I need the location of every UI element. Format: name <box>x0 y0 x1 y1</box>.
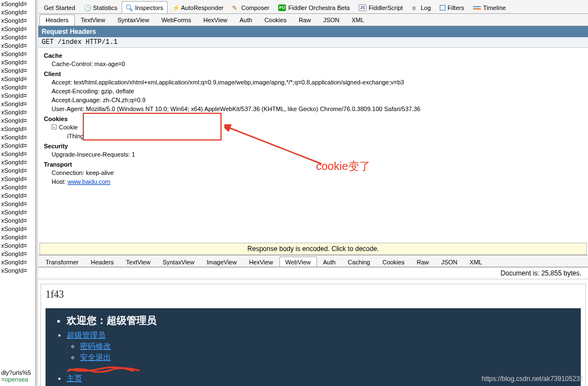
tab-fiddler-orchestra-beta[interactable]: FOFiddler Orchestra Beta <box>274 1 354 13</box>
log-icon <box>412 4 419 11</box>
res-tab-textview[interactable]: TextView <box>120 257 157 267</box>
tab-filters[interactable]: Filters <box>435 1 469 13</box>
res-tab-imageview[interactable]: ImageView <box>200 257 243 267</box>
res-tab-raw[interactable]: Raw <box>410 257 435 267</box>
collapse-icon[interactable]: - <box>52 124 57 129</box>
session-row[interactable]: xSongId= <box>0 250 36 258</box>
session-row[interactable]: xSongId= <box>0 100 36 108</box>
session-row[interactable]: xSongId= <box>0 75 36 83</box>
session-row[interactable]: xSongId= <box>0 167 36 175</box>
main-tab-bar: Get StartedStatisticsInspectorsAutoRespo… <box>38 0 588 14</box>
header-accept[interactable]: Accept: text/html,application/xhtml+xml,… <box>44 78 585 87</box>
req-tab-xml[interactable]: XML <box>345 14 370 26</box>
header-cookie-key[interactable]: -Cookie <box>44 123 585 132</box>
res-tab-caching[interactable]: Caching <box>341 257 376 267</box>
req-tab-cookies[interactable]: Cookies <box>258 14 293 26</box>
res-tab-webview[interactable]: WebView <box>279 257 317 267</box>
res-tab-headers[interactable]: Headers <box>85 257 120 267</box>
header-accept-encoding[interactable]: Accept-Encoding: gzip, deflate <box>44 87 585 96</box>
tab-composer[interactable]: Composer <box>228 1 274 13</box>
watermark: https://blog.csdn.net/ak739105231 <box>482 375 584 383</box>
req-tab-json[interactable]: JSON <box>317 14 345 26</box>
session-row[interactable]: xSongId= <box>0 42 36 50</box>
req-tab-syntaxview[interactable]: SyntaxView <box>111 14 155 26</box>
response-tab-bar: TransformerHeadersTextViewSyntaxViewImag… <box>38 255 588 267</box>
session-row[interactable]: xSongId= <box>0 150 36 158</box>
req-tab-auth[interactable]: Auth <box>234 14 259 26</box>
req-tab-textview[interactable]: TextView <box>75 14 112 26</box>
session-row[interactable]: xSongId= <box>0 83 36 92</box>
session-row[interactable]: xSongId= <box>0 125 36 133</box>
headers-body: Cache Cache-Control: max-age=0 Client Ac… <box>38 48 588 192</box>
session-row[interactable]: xSongId= <box>0 0 36 8</box>
res-tab-xml[interactable]: XML <box>464 257 489 267</box>
session-row[interactable]: xSongId= <box>0 92 36 100</box>
req-tab-raw[interactable]: Raw <box>293 14 317 26</box>
tab-statistics[interactable]: Statistics <box>79 1 122 13</box>
session-row[interactable]: xSongId= <box>0 183 36 192</box>
clock-icon <box>84 4 91 11</box>
session-row[interactable]: xSongId= <box>0 108 36 117</box>
session-row[interactable]: xSongId= <box>0 233 36 242</box>
res-tab-auth[interactable]: Auth <box>317 257 342 267</box>
tab-autoresponder[interactable]: AutoResponder <box>168 1 228 13</box>
session-row[interactable]: =opensea <box>1 376 31 383</box>
session-row[interactable]: xSongId= <box>0 8 36 17</box>
header-user-agent[interactable]: User-Agent: Mozilla/5.0 (Windows NT 10.0… <box>44 104 585 113</box>
res-tab-json[interactable]: JSON <box>435 257 463 267</box>
req-tab-hexview[interactable]: HexView <box>197 14 233 26</box>
tab-fiddlerscript[interactable]: JSFiddlerScript <box>354 1 408 13</box>
session-row[interactable]: xSongId= <box>0 267 36 275</box>
session-row[interactable]: xSongId= <box>0 200 36 208</box>
session-list-panel[interactable]: xSongId=xSongId=xSongId=xSongId=xSongId=… <box>0 0 36 386</box>
header-cookie-value[interactable]: iThing <box>44 132 585 141</box>
session-row[interactable]: xSongId= <box>0 158 36 167</box>
header-cache-control[interactable]: Cache-Control: max-age=0 <box>44 59 585 68</box>
session-row[interactable]: xSongId= <box>0 50 36 58</box>
decode-response-bar[interactable]: Response body is encoded. Click to decod… <box>39 243 587 255</box>
header-upgrade[interactable]: Upgrade-Insecure-Requests: 1 <box>44 150 585 159</box>
res-tab-cookies[interactable]: Cookies <box>376 257 411 267</box>
header-accept-language[interactable]: Accept-Language: zh-CN,zh;q=0.9 <box>44 96 585 104</box>
webview-content[interactable]: 1f43 欢迎您：超级管理员 超级管理员 密码修改 安全退出 主页 系统管理 系… <box>41 284 586 386</box>
session-row[interactable]: xSongId= <box>0 67 36 75</box>
session-row[interactable]: xSongId= <box>0 117 36 125</box>
request-tab-bar: HeadersTextViewSyntaxViewWebFormsHexView… <box>38 14 588 26</box>
session-row[interactable]: dly?urls%5 <box>1 369 31 376</box>
session-row[interactable]: xSongId= <box>0 217 36 225</box>
session-row[interactable]: xSongId= <box>0 142 36 150</box>
res-tab-syntaxview[interactable]: SyntaxView <box>157 257 200 267</box>
res-tab-transformer[interactable]: Transformer <box>39 257 85 267</box>
header-connection[interactable]: Connection: keep-alive <box>44 168 585 177</box>
session-row[interactable]: xSongId= <box>0 225 36 233</box>
document-size: Document is: 25,855 bytes. <box>38 267 588 279</box>
session-row[interactable]: xSongId= <box>0 33 36 42</box>
session-row[interactable]: xSongId= <box>0 175 36 183</box>
session-row[interactable]: xSongId= <box>0 208 36 217</box>
session-row[interactable]: xSongId= <box>0 258 36 267</box>
res-tab-hexview[interactable]: HexView <box>243 257 279 267</box>
req-tab-webforms[interactable]: WebForms <box>155 14 198 26</box>
session-row[interactable]: xSongId= <box>0 133 36 142</box>
magnify-icon <box>126 4 133 11</box>
tab-get-started[interactable]: Get Started <box>39 1 79 13</box>
admin-link[interactable]: 超级管理员 <box>67 330 105 339</box>
session-row[interactable]: xSongId= <box>0 192 36 200</box>
annotation-text: cookie变了 <box>316 159 370 174</box>
req-tab-headers[interactable]: Headers <box>39 14 75 26</box>
group-cookies: Cookies <box>44 116 585 122</box>
home-link[interactable]: 主页 <box>67 374 82 383</box>
tab-inspectors[interactable]: Inspectors <box>122 1 168 13</box>
password-change-link[interactable]: 密码修改 <box>80 342 111 350</box>
header-host[interactable]: Host: www.baidu.com <box>44 177 585 186</box>
session-row[interactable]: xSongId= <box>0 17 36 25</box>
group-transport: Transport <box>44 161 585 168</box>
session-row[interactable]: xSongId= <box>0 242 36 250</box>
fo-icon: FO <box>278 4 286 11</box>
session-row[interactable]: xSongId= <box>0 58 36 67</box>
host-link[interactable]: www.baidu.com <box>68 178 110 185</box>
tab-log[interactable]: Log <box>408 1 435 13</box>
session-row[interactable]: xSongId= <box>0 25 36 33</box>
safe-exit-link[interactable]: 安全退出 <box>80 353 111 362</box>
tab-timeline[interactable]: Timeline <box>469 1 510 13</box>
